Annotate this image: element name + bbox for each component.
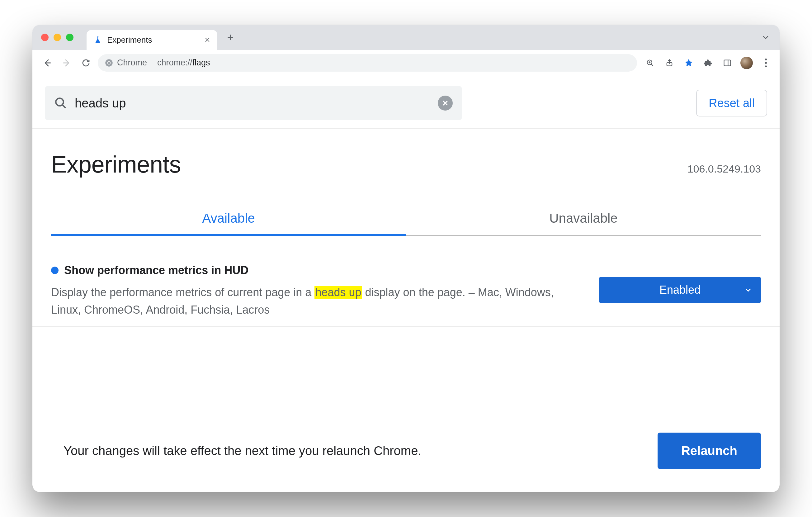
window-controls [41,34,74,41]
browser-toolbar: Chrome chrome://flags [32,50,780,76]
clear-search-icon[interactable] [438,96,453,111]
chrome-version: 106.0.5249.103 [688,163,761,175]
zoom-icon[interactable] [644,57,656,69]
flag-entry: Show performance metrics in HUD Display … [32,236,780,319]
flag-title: Show performance metrics in HUD [64,264,249,277]
flag-state-select[interactable]: Enabled [599,277,761,303]
divider [32,326,780,327]
maximize-window-button[interactable] [66,34,74,41]
side-panel-icon[interactable] [721,57,733,69]
extensions-icon[interactable] [702,57,714,69]
forward-button[interactable] [59,55,74,70]
relaunch-message: Your changes will take effect the next t… [63,444,645,458]
modified-dot-icon [51,267,59,274]
flag-description: Display the performance metrics of curre… [51,284,580,319]
browser-tab[interactable]: Experiments [87,30,217,50]
bookmark-star-icon[interactable] [683,57,695,69]
omnibox-separator [152,58,152,67]
close-tab-icon[interactable] [203,35,212,44]
svg-point-8 [765,65,767,67]
relaunch-button[interactable]: Relaunch [658,433,761,469]
chrome-logo-icon [105,59,113,67]
tab-strip: Experiments [32,25,780,50]
kebab-menu-icon[interactable] [760,57,772,69]
tabs-dropdown-icon[interactable] [758,33,774,42]
flags-tabs: Available Unavailable [51,206,761,236]
search-input[interactable] [74,96,431,111]
flags-page: Reset all Experiments 106.0.5249.103 Ava… [32,76,780,492]
svg-point-7 [765,62,767,64]
reload-button[interactable] [79,55,93,70]
tab-title: Experiments [107,35,198,45]
svg-point-6 [765,58,767,60]
omnibox[interactable]: Chrome chrome://flags [98,54,637,71]
toolbar-right [644,57,772,69]
back-button[interactable] [40,55,55,70]
minimize-window-button[interactable] [54,34,61,41]
flags-header: Reset all [32,76,780,129]
tab-unavailable[interactable]: Unavailable [406,206,761,236]
chevron-down-icon [744,285,753,295]
share-icon[interactable] [663,57,676,69]
flask-icon [93,35,102,44]
svg-point-9 [56,98,63,106]
profile-avatar[interactable] [741,57,753,69]
site-chip-label: Chrome [117,58,147,67]
omnibox-url: chrome://flags [157,58,210,67]
search-icon [54,96,67,110]
svg-point-2 [108,62,110,64]
new-tab-button[interactable] [223,30,238,45]
search-box[interactable] [45,86,462,120]
reset-all-button[interactable]: Reset all [696,90,767,116]
title-row: Experiments 106.0.5249.103 [32,129,780,178]
browser-window: Experiments [32,25,780,492]
search-highlight: heads up [315,286,362,299]
relaunch-bar: Your changes will take effect the next t… [32,418,780,492]
site-info-chip[interactable]: Chrome [105,58,147,67]
flag-title-row: Show performance metrics in HUD [51,264,580,277]
svg-rect-5 [724,60,731,66]
close-window-button[interactable] [41,34,49,41]
flag-state-value: Enabled [660,283,700,296]
tab-available[interactable]: Available [51,206,406,236]
page-title: Experiments [51,151,181,178]
